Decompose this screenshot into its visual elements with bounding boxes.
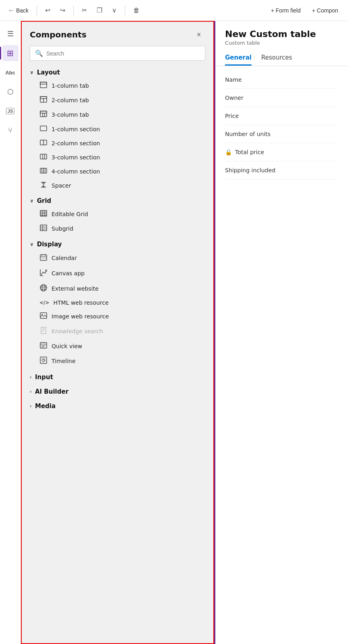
delete-button[interactable]: 🗑 bbox=[130, 5, 143, 16]
item-external-website[interactable]: External website bbox=[30, 281, 205, 296]
panel-header: Components × bbox=[22, 22, 213, 44]
field-shipping-included-label: Shipping included bbox=[225, 167, 275, 173]
field-total-price: 🔒 Total price bbox=[225, 143, 337, 161]
sidebar-layers-button[interactable]: ⬡ bbox=[2, 84, 19, 100]
left-sidebar: ☰ ⊞ Abc ⬡ JS ⑂ bbox=[0, 21, 21, 644]
field-total-price-label: Total price bbox=[235, 149, 264, 155]
item-editable-grid[interactable]: Editable Grid bbox=[30, 207, 205, 221]
undo-icon: ↩ bbox=[45, 6, 50, 14]
item-quick-view[interactable]: Quick view bbox=[30, 339, 205, 353]
back-label: Back bbox=[16, 7, 29, 14]
category-grid: ∨ Grid Editable Grid Subgrid bbox=[30, 194, 205, 236]
lock-icon: 🔒 bbox=[225, 149, 232, 155]
sidebar-branch-button[interactable]: ⑂ bbox=[2, 122, 19, 138]
component-label: + Compon bbox=[312, 7, 338, 14]
field-number-of-units: Number of units bbox=[225, 125, 337, 143]
item-canvas-app[interactable]: Canvas app bbox=[30, 266, 205, 281]
sidebar-js-button[interactable]: JS bbox=[2, 103, 19, 119]
category-input-header[interactable]: › Input bbox=[30, 370, 205, 383]
chevron-right-icon: › bbox=[30, 403, 32, 409]
category-display: ∨ Display Calendar Canvas app bbox=[30, 237, 205, 369]
code-icon: JS bbox=[6, 108, 14, 114]
copy-button[interactable]: ❐ bbox=[93, 5, 105, 16]
category-grid-items: Editable Grid Subgrid bbox=[30, 207, 205, 236]
svg-rect-5 bbox=[40, 111, 47, 117]
canvas-app-icon bbox=[39, 269, 48, 278]
item-3col-tab[interactable]: 3-column tab bbox=[30, 107, 205, 122]
field-shipping-included: Shipping included bbox=[225, 161, 337, 180]
category-input-label: Input bbox=[35, 374, 53, 381]
item-editable-grid-label: Editable Grid bbox=[52, 211, 88, 217]
item-knowledge-search: Knowledge search bbox=[30, 324, 205, 339]
item-4col-section[interactable]: 4-column section bbox=[30, 164, 205, 178]
item-calendar[interactable]: Calendar bbox=[30, 250, 205, 266]
search-box: 🔍 bbox=[30, 46, 205, 61]
sidebar-menu-button[interactable]: ☰ bbox=[2, 26, 19, 42]
undo-button[interactable]: ↩ bbox=[42, 5, 54, 16]
svg-rect-12 bbox=[40, 154, 47, 159]
toolbar: ← Back ↩ ↪ ✂ ❐ ∨ 🗑 + Form field + Compon bbox=[0, 0, 347, 21]
back-icon: ← bbox=[8, 7, 14, 14]
editable-grid-icon bbox=[39, 210, 48, 218]
back-button[interactable]: ← Back bbox=[5, 5, 32, 16]
field-name-label: Name bbox=[225, 76, 242, 83]
tab-resources[interactable]: Resources bbox=[261, 51, 292, 66]
svg-rect-6 bbox=[40, 111, 47, 113]
delete-icon: 🗑 bbox=[133, 7, 140, 14]
2col-tab-icon bbox=[39, 96, 48, 104]
component-button[interactable]: + Compon bbox=[308, 6, 342, 15]
right-panel-body: Name Owner Price Number of units 🔒 Total… bbox=[215, 66, 347, 184]
form-field-button[interactable]: + Form field bbox=[267, 6, 305, 15]
category-display-header[interactable]: ∨ Display bbox=[30, 237, 205, 250]
item-2col-tab[interactable]: 2-column tab bbox=[30, 93, 205, 107]
3col-tab-icon bbox=[39, 111, 48, 119]
right-panel-header: New Custom table Custom table General Re… bbox=[215, 21, 347, 66]
1col-tab-icon bbox=[39, 82, 48, 90]
field-owner: Owner bbox=[225, 89, 337, 107]
item-image-web-resource[interactable]: Image web resource bbox=[30, 309, 205, 324]
category-ai-builder-label: AI Builder bbox=[35, 388, 68, 395]
redo-button[interactable]: ↪ bbox=[57, 5, 68, 16]
item-3col-tab-label: 3-column tab bbox=[52, 111, 89, 118]
item-spacer[interactable]: Spacer bbox=[30, 178, 205, 192]
svg-rect-32 bbox=[40, 255, 47, 260]
sidebar-grid-button[interactable]: ⊞ bbox=[2, 45, 19, 61]
chevron-down-icon: ∨ bbox=[30, 198, 34, 204]
layers-icon: ⬡ bbox=[7, 87, 14, 96]
svg-rect-28 bbox=[40, 225, 47, 231]
item-subgrid[interactable]: Subgrid bbox=[30, 221, 205, 236]
search-icon: 🔍 bbox=[35, 50, 43, 57]
quick-view-icon bbox=[39, 342, 48, 350]
item-2col-section[interactable]: 2-column section bbox=[30, 136, 205, 150]
cut-button[interactable]: ✂ bbox=[78, 5, 90, 16]
toolbar-divider-1 bbox=[37, 6, 37, 15]
item-html-web-resource[interactable]: </> HTML web resource bbox=[30, 296, 205, 309]
item-1col-section[interactable]: 1-column section bbox=[30, 122, 205, 136]
calendar-icon bbox=[39, 254, 48, 262]
item-spacer-label: Spacer bbox=[52, 182, 71, 189]
item-timeline[interactable]: Timeline bbox=[30, 353, 205, 369]
2col-section-icon bbox=[39, 139, 48, 147]
svg-rect-3 bbox=[40, 97, 47, 99]
item-external-website-label: External website bbox=[52, 285, 99, 292]
dropdown-button[interactable]: ∨ bbox=[109, 5, 120, 16]
subgrid-icon bbox=[39, 225, 48, 233]
category-layout-header[interactable]: ∨ Layout bbox=[30, 66, 205, 78]
search-input[interactable] bbox=[46, 50, 200, 57]
category-grid-label: Grid bbox=[37, 197, 52, 204]
category-media-header[interactable]: › Media bbox=[30, 399, 205, 412]
toolbar-divider-2 bbox=[73, 6, 74, 15]
tab-general[interactable]: General bbox=[225, 51, 252, 66]
toolbar-divider-3 bbox=[125, 6, 125, 15]
item-4col-section-label: 4-column section bbox=[52, 168, 100, 175]
item-1col-tab[interactable]: 1-column tab bbox=[30, 78, 205, 93]
sidebar-text-button[interactable]: Abc bbox=[2, 64, 19, 80]
image-web-resource-icon bbox=[39, 312, 48, 320]
text-icon: Abc bbox=[5, 70, 15, 76]
knowledge-search-icon bbox=[39, 327, 48, 336]
panel-close-button[interactable]: × bbox=[192, 28, 205, 41]
cut-icon: ✂ bbox=[82, 6, 87, 14]
item-3col-section[interactable]: 3-column section bbox=[30, 150, 205, 164]
category-grid-header[interactable]: ∨ Grid bbox=[30, 194, 205, 207]
category-ai-builder-header[interactable]: › AI Builder bbox=[30, 385, 205, 398]
